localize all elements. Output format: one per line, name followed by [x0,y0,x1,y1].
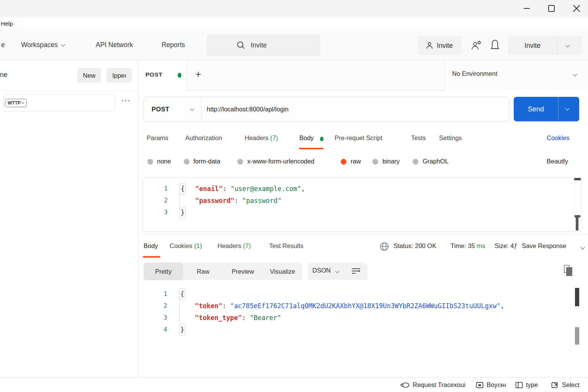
response-tab-headers[interactable]: Headers (7) [217,242,251,250]
response-scrollbar-thumb[interactable] [575,288,579,306]
url-input[interactable]: http://localhost:8000/apl/login [202,106,289,113]
tab-prerequest-script[interactable]: Pre-requet Script [335,134,382,142]
wrap-text-button[interactable] [351,267,361,275]
tab-authorization[interactable]: Authorization [185,134,222,142]
console-label: Boyıэн [487,381,506,389]
select-button[interactable]: Select [551,377,580,392]
person-icon [426,42,433,49]
nav-home-partial[interactable]: e [1,41,5,49]
wrap-text-icon [351,267,361,275]
environment-label: No Environment [452,70,497,77]
invite-primary-button[interactable]: Invite [508,36,582,55]
nav-workspaces[interactable]: Workspaces [21,41,65,49]
chevron-down-icon [335,269,339,273]
response-tab-body[interactable]: Body [144,242,158,250]
request-tab-strip: POST + No Environment [138,60,588,91]
chevron-down-icon[interactable] [565,43,570,47]
mode-urlencoded-label[interactable]: x-www-form-urlencoded [247,158,314,165]
radio-raw[interactable] [341,159,346,165]
person-gear-icon [470,39,482,52]
fold-marker[interactable]: } [179,324,185,335]
notifications-button[interactable] [490,39,500,51]
code-line: 1 { "enail": "user@example.com", [143,183,581,194]
maximize-button[interactable] [544,0,559,17]
chevron-down-icon[interactable] [580,245,585,249]
line-number: 4 [143,326,167,333]
more-options-button[interactable]: ••• [122,98,131,104]
fold-marker[interactable]: } [180,207,186,218]
cookies-link[interactable]: Cookles [547,134,570,142]
view-preview[interactable]: Preview [223,263,263,280]
environment-selector[interactable]: No Environment [444,60,588,91]
request-body-editor[interactable]: 1 { "enail": "user@example.com", 2 "pass… [143,177,581,232]
bell-icon [490,39,500,51]
response-tab-test-results[interactable]: Test Results [269,242,304,250]
chevron-down-icon[interactable] [565,106,569,110]
http-method-badge: WTTP [5,99,27,107]
search-text: Invite [251,41,267,49]
invite-button[interactable]: Invite [417,36,462,55]
request-url-bar: POST http://localhost:8000/apl/login [144,97,509,122]
minimize-button[interactable] [519,0,534,17]
request-trace-label: Request Tracexoui [413,381,466,389]
tab-params[interactable]: Params [147,134,168,142]
console-icon [476,382,483,389]
tab-settings[interactable]: Settings [439,134,462,142]
radio-urlencoded[interactable] [237,159,243,165]
lasso-icon [400,382,410,388]
mode-binary-label[interactable]: binary [382,158,400,165]
mode-form-data-label[interactable]: form-data [193,158,220,165]
chevron-down-icon [61,42,65,46]
copy-response-button[interactable] [564,265,574,277]
minimize-icon [524,8,530,9]
import-button[interactable]: Ippeı [106,68,132,83]
workspace-title-partial: ne [0,71,7,79]
fold-marker[interactable]: { [179,288,185,300]
maximize-icon [548,5,555,12]
mode-raw-label[interactable]: raw [351,158,361,165]
radio-form-data[interactable] [184,159,189,165]
save-response-button[interactable]: Save Response [522,242,567,250]
view-raw[interactable]: Raw [183,263,223,280]
panel-toggle-button[interactable]: type [515,377,538,392]
response-body-viewer[interactable]: 1 { 2 "token": "ac785eEf1762C71alqOMK2dU… [143,288,581,335]
globe-icon [379,242,389,252]
beautify-link[interactable]: Beautfy [547,158,568,165]
tab-body[interactable]: Body [299,134,314,142]
resize-handle[interactable] [576,215,578,230]
nav-api-network[interactable]: API Network [96,41,133,49]
line-number: 1 [143,290,167,297]
radio-graphql[interactable] [413,159,418,165]
user-settings-button[interactable] [470,39,482,52]
close-button[interactable] [568,0,584,17]
method-selector[interactable]: POST [144,106,201,113]
code-line: 3 "token_type": "Bearer" [143,312,581,323]
format-selector[interactable]: DSON [308,263,368,280]
radio-binary[interactable] [372,159,378,165]
tab-tests[interactable]: Tests [411,134,426,142]
send-button[interactable]: Send [514,97,579,121]
tab-headers[interactable]: Headers (7) [245,134,278,142]
request-trace-button[interactable]: Request Tracexoui [400,377,466,392]
section-divider [138,234,588,234]
response-size: Size: 4ƒ [495,242,518,250]
view-visualize[interactable]: Visualize [263,263,302,280]
request-tab-post[interactable]: POST [138,60,187,91]
nav-reports[interactable]: Reports [162,41,185,49]
mode-graphql-label[interactable]: GraphOL [423,158,449,165]
new-tab-button[interactable]: + [195,69,201,80]
new-button[interactable]: New [77,68,101,83]
search-box[interactable]: Invite [207,34,320,56]
fold-marker[interactable]: { [180,183,186,194]
radio-none[interactable] [147,159,153,165]
sidebar-request-item[interactable]: WTTP [3,95,115,111]
mode-none-label[interactable]: none [157,158,171,165]
response-scrollbar-thumb[interactable] [575,327,579,345]
console-button[interactable]: Boyıэн [476,377,506,392]
response-tab-cookies[interactable]: Cookies (1) [170,242,202,250]
scrollbar-thumb[interactable] [574,178,581,180]
network-status-button[interactable] [379,242,389,252]
indent-guide [179,311,185,323]
menu-help[interactable]: Help [1,20,13,27]
view-pretty[interactable]: Pretty [144,263,183,280]
